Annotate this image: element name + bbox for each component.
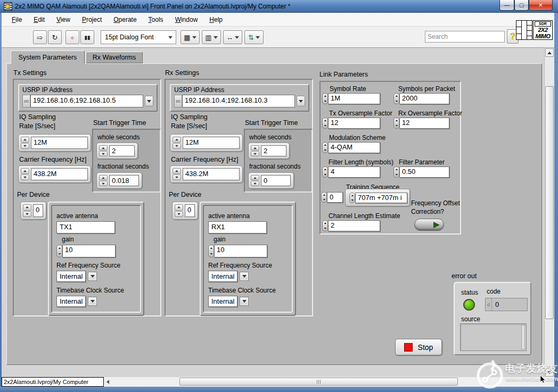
rx-frac-seconds-control[interactable]: 0 bbox=[248, 172, 294, 189]
scroll-down-button[interactable] bbox=[545, 368, 554, 377]
tx-frac-seconds-value[interactable]: 0.018 bbox=[109, 175, 139, 186]
menu-project[interactable]: Project bbox=[77, 14, 106, 26]
minimize-button[interactable]: — bbox=[499, 0, 514, 11]
tx-oversample-value[interactable]: 12 bbox=[328, 118, 380, 129]
tx-timebase-value[interactable]: Internal bbox=[56, 296, 86, 307]
pause-button[interactable]: ▮▮ bbox=[80, 30, 94, 44]
spin-up-icon[interactable] bbox=[21, 137, 29, 143]
spinner[interactable] bbox=[322, 93, 328, 104]
menu-window[interactable]: Window bbox=[170, 14, 203, 26]
tx-device-index-value[interactable]: 0 bbox=[33, 204, 43, 217]
menu-tools[interactable]: Tools bbox=[144, 14, 168, 26]
filter-parameter-control[interactable]: 0.50 bbox=[399, 166, 449, 178]
tx-timebase-ring[interactable]: Internal bbox=[56, 296, 136, 307]
tx-gain-spinner[interactable] bbox=[56, 245, 62, 257]
rx-timebase-ring[interactable]: Internal bbox=[208, 296, 288, 307]
tx-iq-rate-control[interactable]: 12M bbox=[18, 134, 91, 152]
rx-ref-ring[interactable]: Internal bbox=[208, 271, 288, 282]
rx-usrp-ip-field[interactable]: 192.168.10.4;192.168.10.3 bbox=[182, 95, 295, 107]
spin-down-icon[interactable] bbox=[21, 143, 29, 149]
resize-objects-button[interactable]: ↔ bbox=[223, 30, 242, 44]
rx-iq-rate-value[interactable]: 12M bbox=[183, 137, 240, 149]
spin-down-icon[interactable] bbox=[175, 211, 183, 218]
close-button[interactable]: ✕ bbox=[529, 0, 553, 11]
rx-antenna-field[interactable]: RX1 bbox=[208, 221, 267, 233]
spin-up-icon[interactable] bbox=[99, 145, 108, 151]
channel-length-control[interactable]: 2 bbox=[328, 220, 380, 231]
spinner[interactable] bbox=[349, 193, 355, 203]
horizontal-scrollbar-thumb[interactable] bbox=[179, 378, 458, 386]
align-objects-button[interactable]: ▦ bbox=[180, 30, 200, 44]
symbol-rate-value[interactable]: 1M bbox=[328, 93, 380, 104]
rx-timebase-value[interactable]: Internal bbox=[208, 296, 237, 307]
tx-ref-ring[interactable]: Internal bbox=[56, 271, 136, 282]
reorder-button[interactable]: ⇅ bbox=[244, 30, 264, 44]
execution-target-label[interactable]: 2x2Alamouti.lvproj/My Computer bbox=[2, 377, 104, 387]
tx-carrier-value[interactable]: 438.2M bbox=[31, 168, 88, 180]
filter-length-control[interactable]: 4 bbox=[328, 166, 380, 178]
rx-gain-spinner[interactable] bbox=[208, 245, 214, 257]
rx-gain-control[interactable]: 10 bbox=[214, 245, 267, 257]
run-button[interactable]: ⇨ bbox=[33, 30, 47, 44]
distribute-objects-button[interactable]: ▥ bbox=[202, 30, 221, 44]
tx-iq-rate-value[interactable]: 12M bbox=[31, 137, 88, 149]
tx-usrp-ip-field[interactable]: 192.168.10.6;192.168.10.5 bbox=[30, 95, 143, 107]
tx-gain-value[interactable]: 10 bbox=[62, 245, 116, 257]
spinner[interactable] bbox=[393, 166, 399, 178]
spin-up-icon[interactable] bbox=[251, 175, 259, 180]
tx-oversample-control[interactable]: 12 bbox=[328, 118, 380, 129]
spinner[interactable] bbox=[322, 166, 328, 178]
spin-down-icon[interactable] bbox=[21, 174, 29, 180]
spin-up-icon[interactable] bbox=[23, 204, 31, 211]
spin-up-icon[interactable] bbox=[251, 145, 259, 151]
channel-length-value[interactable]: 2 bbox=[328, 220, 380, 231]
vertical-scrollbar[interactable] bbox=[544, 48, 554, 377]
vertical-scrollbar-thumb[interactable] bbox=[545, 86, 554, 319]
rx-iq-rate-control[interactable]: 12M bbox=[170, 134, 243, 152]
rx-usrp-ip-dropdown-button[interactable] bbox=[297, 96, 305, 106]
abort-button[interactable]: ● bbox=[65, 30, 79, 44]
font-selector[interactable]: 15pt Dialog Font bbox=[101, 30, 176, 44]
rx-ref-value[interactable]: Internal bbox=[208, 271, 237, 282]
search-box[interactable] bbox=[425, 31, 505, 43]
spin-up-icon[interactable] bbox=[173, 168, 181, 174]
spinner[interactable] bbox=[322, 220, 328, 231]
tx-carrier-control[interactable]: 438.2M bbox=[18, 165, 91, 183]
training-index-value[interactable]: 0 bbox=[327, 192, 343, 203]
scroll-left-icon[interactable] bbox=[106, 380, 109, 384]
rx-whole-seconds-control[interactable]: 2 bbox=[248, 143, 290, 159]
spin-down-icon[interactable] bbox=[173, 174, 181, 180]
tx-gain-control[interactable]: 10 bbox=[62, 245, 116, 257]
menu-edit[interactable]: Edit bbox=[29, 14, 50, 26]
training-element-value[interactable]: 707m +707m i bbox=[355, 193, 407, 203]
modulation-scheme-value[interactable]: 4-QAM bbox=[328, 142, 380, 153]
tx-ref-dropdown-button[interactable] bbox=[88, 272, 97, 281]
tx-whole-seconds-control[interactable]: 2 bbox=[96, 143, 138, 159]
spinner[interactable] bbox=[322, 118, 328, 129]
rx-carrier-value[interactable]: 438.2M bbox=[183, 168, 240, 180]
tx-timebase-dropdown-button[interactable] bbox=[88, 297, 97, 306]
rx-device-index-control[interactable]: 0 bbox=[172, 202, 198, 220]
spin-down-icon[interactable] bbox=[99, 181, 108, 186]
rx-oversample-value[interactable]: 12 bbox=[399, 118, 449, 129]
training-element-control[interactable]: 707m +707m i bbox=[355, 193, 407, 203]
training-index-control[interactable]: 0 bbox=[327, 192, 343, 203]
spin-down-icon[interactable] bbox=[23, 211, 31, 218]
spin-down-icon[interactable] bbox=[251, 151, 259, 156]
tx-usrp-ip-dropdown-button[interactable] bbox=[145, 96, 153, 106]
rx-whole-seconds-value[interactable]: 2 bbox=[261, 145, 286, 156]
spinner[interactable] bbox=[321, 192, 327, 203]
spinner[interactable] bbox=[322, 142, 328, 153]
spinner[interactable] bbox=[393, 118, 399, 129]
maximize-button[interactable]: ▢ bbox=[514, 0, 529, 11]
modulation-scheme-control[interactable]: 4-QAM bbox=[328, 142, 380, 153]
spin-up-icon[interactable] bbox=[173, 137, 181, 143]
symbol-rate-control[interactable]: 1M bbox=[328, 93, 380, 104]
tx-whole-seconds-value[interactable]: 2 bbox=[109, 145, 135, 156]
search-input[interactable] bbox=[425, 33, 512, 40]
filter-length-value[interactable]: 4 bbox=[328, 166, 380, 178]
rx-frac-seconds-value[interactable]: 0 bbox=[261, 175, 291, 186]
tx-frac-seconds-control[interactable]: 0.018 bbox=[96, 172, 142, 189]
connector-pane-icon[interactable] bbox=[516, 20, 532, 40]
spin-up-icon[interactable] bbox=[99, 175, 108, 180]
